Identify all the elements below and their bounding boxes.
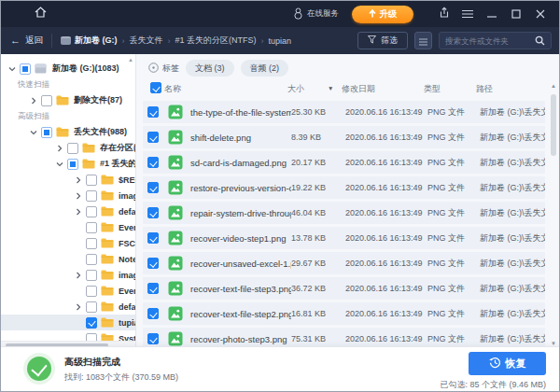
row-checkbox[interactable]: [147, 308, 159, 319]
chevron-right-icon[interactable]: [74, 271, 83, 280]
scroll-up-icon[interactable]: ▲: [551, 83, 556, 89]
chevron-right-icon[interactable]: [74, 207, 83, 217]
tree-item[interactable]: Everythi...: [1, 219, 135, 235]
select-all-checkbox[interactable]: [150, 82, 161, 93]
chevron-right-icon[interactable]: [74, 191, 83, 201]
row-checkbox[interactable]: [147, 207, 159, 218]
view-mode-button[interactable]: [414, 32, 432, 49]
file-row[interactable]: recover-video-step1.png13.78 KB2020.06.1…: [143, 227, 545, 249]
tree-checkbox[interactable]: [86, 301, 97, 313]
tree-checkbox[interactable]: [67, 143, 78, 154]
tree-checkbox[interactable]: [86, 270, 97, 281]
search-input[interactable]: [445, 36, 535, 46]
column-header-name[interactable]: 名称: [164, 83, 181, 95]
back-button[interactable]: ← 返回: [10, 35, 43, 47]
minimize-button[interactable]: [483, 5, 501, 23]
folder-icon: [101, 206, 115, 217]
folder-icon: [101, 301, 115, 312]
tree-checkbox[interactable]: [86, 238, 97, 249]
chevron-right-icon[interactable]: [55, 144, 64, 153]
chevron-down-icon[interactable]: [29, 128, 38, 137]
online-service-button[interactable]: 在线服务: [293, 7, 339, 21]
file-date: 2020.06.16 16:13:49: [345, 158, 427, 167]
maximize-button[interactable]: [507, 5, 525, 23]
breadcrumb-item[interactable]: 新加卷 (G:): [75, 35, 118, 47]
row-checkbox[interactable]: [147, 333, 159, 344]
tree-checkbox[interactable]: [86, 254, 97, 265]
filter-button[interactable]: 筛选: [357, 32, 408, 49]
file-row[interactable]: recover-unsaved-excel-1.png29.67 KB2020.…: [143, 252, 545, 274]
row-checkbox[interactable]: [147, 157, 159, 168]
filter-pill-audio[interactable]: 音频 (2): [241, 60, 289, 77]
close-icon: [536, 6, 545, 22]
column-header-size[interactable]: 大小: [287, 83, 304, 95]
tree-checkbox[interactable]: [20, 63, 31, 75]
file-row[interactable]: restore-previous-version-of...19.22 KB20…: [143, 176, 545, 199]
funnel-icon: [368, 35, 376, 46]
chevron-down-icon[interactable]: [55, 160, 64, 169]
file-row[interactable]: repair-system-drive-throug...46.04 KB202…: [143, 202, 545, 224]
tree-item[interactable]: images...: [1, 188, 135, 203]
tree-item[interactable]: 丢失文件(988): [1, 124, 135, 140]
image-file-icon: [168, 281, 183, 296]
recover-button[interactable]: 恢复: [469, 352, 546, 375]
file-row[interactable]: the-type-of-the-file-system...25.30 KB20…: [143, 101, 545, 123]
chevron-down-icon[interactable]: [7, 64, 17, 74]
row-checkbox[interactable]: [147, 182, 159, 193]
sort-down-icon[interactable]: ▼: [328, 85, 333, 91]
tree-checkbox[interactable]: [86, 175, 97, 186]
column-header-date[interactable]: 修改日期: [342, 83, 375, 95]
tags-toggle[interactable]: 标签: [148, 63, 179, 75]
list-vertical-scrollbar[interactable]: ▲ ▼: [550, 83, 557, 346]
close-button[interactable]: [531, 5, 550, 23]
tree-item[interactable]: tupian(: [1, 315, 135, 330]
tree-checkbox[interactable]: [41, 95, 52, 106]
tree-checkbox[interactable]: [86, 317, 97, 329]
scroll-up-icon[interactable]: ▲: [128, 57, 133, 63]
chevron-right-icon[interactable]: [74, 302, 83, 312]
tree-item-label: $RECYC...: [119, 175, 135, 185]
tree-item[interactable]: default(...: [1, 203, 135, 219]
file-row[interactable]: shift-delete.png8.39 KB2020.06.16 16:13:…: [143, 126, 545, 148]
row-checkbox[interactable]: [147, 232, 159, 244]
tree-item[interactable]: 存在分区(93: [1, 140, 135, 156]
tree-item[interactable]: images...: [1, 267, 135, 283]
search-icon[interactable]: [535, 33, 545, 49]
tree-item[interactable]: Everythi...: [1, 283, 135, 299]
tree-item[interactable]: #1 丢失的...: [1, 156, 135, 172]
scrollbar-thumb[interactable]: [551, 94, 556, 156]
chevron-right-icon[interactable]: [74, 175, 83, 185]
chevron-right-icon[interactable]: [29, 96, 38, 105]
home-button[interactable]: [31, 5, 49, 23]
tree-checkbox[interactable]: [41, 127, 52, 138]
breadcrumb-item[interactable]: #1 丢失的分区(NTFS): [175, 35, 257, 47]
tree-checkbox[interactable]: [86, 206, 97, 217]
share-button[interactable]: [434, 5, 453, 23]
row-checkbox[interactable]: [147, 283, 159, 294]
column-header-path[interactable]: 路径: [476, 83, 493, 95]
tree-checkbox[interactable]: [86, 286, 97, 297]
breadcrumb-item[interactable]: 丢失文件: [130, 35, 163, 47]
menu-button[interactable]: [458, 5, 477, 23]
tree-item[interactable]: $RECYC...: [1, 172, 135, 188]
row-checkbox[interactable]: [147, 106, 159, 118]
filter-pill-documents[interactable]: 文档 (3): [186, 60, 234, 77]
tree-item[interactable]: FSCapt...: [1, 235, 135, 251]
tree-checkbox[interactable]: [86, 190, 97, 202]
tree-checkbox[interactable]: [86, 222, 97, 233]
image-file-icon: [168, 105, 183, 119]
row-checkbox[interactable]: [147, 258, 159, 269]
tree-item[interactable]: Notepa...: [1, 251, 135, 267]
tree-checkbox[interactable]: [67, 159, 78, 170]
tree-item[interactable]: 删除文件(87): [1, 92, 135, 108]
file-row[interactable]: recover-text-file-step3.png36.72 KB2020.…: [143, 277, 545, 300]
status-bar: 高级扫描完成 找到: 1083个文件 (370.59 MB) 恢复 已勾选: 8…: [1, 346, 559, 391]
tree-item[interactable]: default(...: [1, 299, 135, 315]
file-row[interactable]: sd-card-is-damaged.png20.17 KB2020.06.16…: [143, 151, 545, 174]
row-checkbox[interactable]: [147, 132, 159, 143]
column-header-type[interactable]: 类型: [424, 83, 441, 95]
breadcrumb-item[interactable]: tupian: [269, 36, 292, 46]
upgrade-button[interactable]: 升级: [352, 6, 413, 23]
file-row[interactable]: recover-text-file-step2.png16.81 KB2020.…: [143, 302, 545, 325]
tree-item[interactable]: 新加卷 (G:)(1083): [1, 61, 135, 77]
